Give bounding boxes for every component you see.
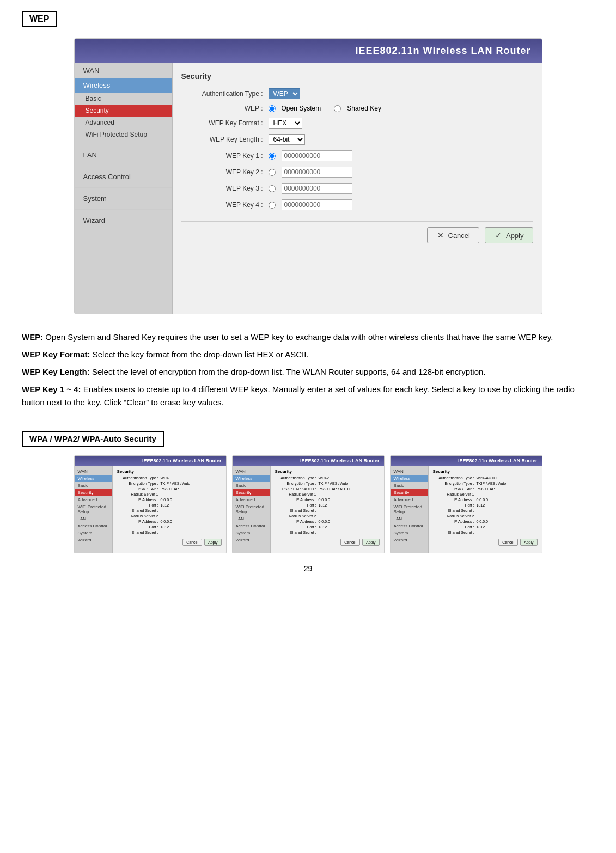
- wep-desc-2: WEP Key Format: Select the key format fr…: [22, 348, 594, 361]
- mini-basic: Basic: [75, 482, 112, 489]
- sidebar-item-access-control[interactable]: Access Control: [75, 169, 172, 184]
- mini-system: System: [75, 529, 112, 537]
- mini-sidebar-wpa2: WAN Wireless Basic Security Advanced WiF…: [233, 466, 271, 553]
- mini-apply-wpa2[interactable]: Apply: [362, 539, 380, 546]
- key2-radio[interactable]: [269, 169, 276, 176]
- open-system-label: Open System: [282, 105, 321, 112]
- mini-cancel-wpaauto[interactable]: Cancel: [498, 539, 518, 546]
- apply-label: Apply: [506, 231, 524, 240]
- key1-control: [269, 150, 352, 161]
- key3-row: WEP Key 3 :: [181, 183, 533, 194]
- key14-term: WEP Key 1 ~ 4:: [22, 385, 81, 394]
- key-length-control[interactable]: 64-bit 128-bit: [269, 134, 305, 145]
- key4-radio[interactable]: [269, 202, 276, 209]
- mini-lan: LAN: [75, 515, 112, 522]
- wpa-title-text: WPA / WPA2/ WPA-Auto Security: [29, 434, 156, 443]
- auth-type-select[interactable]: WEP: [269, 88, 300, 99]
- mini-sidebar-wpaauto: WAN Wireless Basic Security Advanced WiF…: [391, 466, 429, 553]
- router-header: IEEE802.11n Wireless LAN Router: [75, 39, 542, 63]
- shared-key-radio[interactable]: [334, 105, 341, 112]
- mini-apply-wpa[interactable]: Apply: [204, 539, 222, 546]
- key3-label: WEP Key 3 :: [181, 185, 269, 192]
- wep-desc-1: WEP: Open System and Shared Key requires…: [22, 331, 594, 344]
- mini-main-wpa: Security Authentication Type : WPA Encry…: [113, 466, 226, 553]
- key4-row: WEP Key 4 :: [181, 199, 533, 210]
- mini-main-wpa2: Security Authentication Type : WPA2 Encr…: [271, 466, 384, 553]
- key-length-term: WEP Key Length:: [22, 367, 90, 376]
- mini-security: Security: [75, 489, 112, 496]
- wep-title-text: WEP: [29, 14, 49, 23]
- key-format-row: WEP Key Format : HEX ASCII: [181, 118, 533, 129]
- key4-label: WEP Key 4 :: [181, 201, 269, 209]
- sidebar-item-lan[interactable]: LAN: [75, 148, 172, 162]
- mini-wifi: WiFi Protected Setup: [75, 503, 112, 515]
- page-number: 29: [22, 564, 594, 573]
- section-title: Security: [181, 72, 533, 81]
- wep-description-block: WEP: Open System and Shared Key requires…: [22, 331, 594, 409]
- wep-title-box: WEP: [22, 11, 57, 27]
- mini-apply-wpaauto[interactable]: Apply: [520, 539, 538, 546]
- main-content: Security Authentication Type : WEP WEP :: [173, 63, 542, 314]
- key-length-label: WEP Key Length :: [181, 136, 269, 143]
- key-format-term: WEP Key Format:: [22, 350, 90, 359]
- open-system-radio[interactable]: [269, 105, 276, 112]
- wep-row: WEP : Open System Shared Key: [181, 105, 533, 112]
- key-format-label: WEP Key Format :: [181, 119, 269, 127]
- key-format-select[interactable]: HEX ASCII: [269, 118, 302, 129]
- auth-type-row: Authentication Type : WEP: [181, 88, 533, 99]
- key4-input[interactable]: [282, 199, 352, 210]
- cancel-button[interactable]: ✕ Cancel: [427, 227, 479, 243]
- auth-type-label: Authentication Type :: [181, 90, 269, 98]
- section-title-text: Security: [181, 72, 211, 81]
- wep-desc-3: WEP Key Length: Select the level of encr…: [22, 365, 594, 379]
- wpa-screenshots: IEEE802.11n Wireless LAN Router WAN Wire…: [22, 455, 594, 553]
- wep-desc-4: WEP Key 1 ~ 4: Enables users to create u…: [22, 383, 594, 409]
- router-screenshot: IEEE802.11n Wireless LAN Router WAN Wire…: [74, 38, 542, 314]
- key-length-select[interactable]: 64-bit 128-bit: [269, 134, 305, 145]
- mini-advanced: Advanced: [75, 496, 112, 503]
- sidebar: WAN Wireless Basic Security Advanced WiF…: [75, 63, 173, 314]
- sidebar-item-wizard[interactable]: Wizard: [75, 213, 172, 228]
- sidebar-sub-wifi-protected[interactable]: WiFi Protected Setup: [75, 129, 172, 141]
- wep-label: WEP :: [181, 105, 269, 112]
- wpa-title-box: WPA / WPA2/ WPA-Auto Security: [22, 431, 164, 447]
- mini-main-wpaauto: Security Authentication Type : WPA-AUTO …: [429, 466, 542, 553]
- sidebar-sub-basic[interactable]: Basic: [75, 93, 172, 105]
- mini-router-wpa: IEEE802.11n Wireless LAN Router WAN Wire…: [74, 455, 227, 553]
- mini-router-wpa2: IEEE802.11n Wireless LAN Router WAN Wire…: [232, 455, 385, 553]
- key2-label: WEP Key 2 :: [181, 168, 269, 176]
- key2-input[interactable]: [282, 167, 352, 178]
- mini-cancel-wpa2[interactable]: Cancel: [340, 539, 360, 546]
- key3-radio[interactable]: [269, 185, 276, 192]
- wep-term: WEP:: [22, 332, 43, 342]
- sidebar-item-wireless[interactable]: Wireless: [75, 78, 172, 93]
- key4-control: [269, 199, 352, 210]
- mini-header-wpa2: IEEE802.11n Wireless LAN Router: [233, 456, 384, 466]
- mini-wireless: Wireless: [75, 475, 112, 482]
- mini-wan: WAN: [75, 468, 112, 475]
- sidebar-sub-advanced[interactable]: Advanced: [75, 117, 172, 129]
- mini-wizard: Wizard: [75, 537, 112, 544]
- mini-cancel-wpa[interactable]: Cancel: [182, 539, 202, 546]
- apply-icon: ✓: [494, 231, 503, 240]
- key1-label: WEP Key 1 :: [181, 152, 269, 160]
- key2-control: [269, 167, 352, 178]
- key1-input[interactable]: [282, 150, 352, 161]
- sidebar-sub-security[interactable]: Security: [75, 105, 172, 117]
- apply-button[interactable]: ✓ Apply: [485, 227, 533, 243]
- router-header-title: IEEE802.11n Wireless LAN Router: [356, 45, 531, 56]
- wep-radio-control: Open System Shared Key: [269, 105, 390, 112]
- button-row: ✕ Cancel ✓ Apply: [181, 221, 533, 243]
- mini-header-wpa: IEEE802.11n Wireless LAN Router: [75, 456, 226, 466]
- cancel-label: Cancel: [448, 231, 470, 240]
- key1-radio[interactable]: [269, 153, 276, 160]
- key3-control: [269, 183, 352, 194]
- key3-input[interactable]: [282, 183, 352, 194]
- shared-key-label: Shared Key: [347, 105, 381, 112]
- key2-row: WEP Key 2 :: [181, 167, 533, 178]
- sidebar-item-system[interactable]: System: [75, 191, 172, 206]
- key1-row: WEP Key 1 :: [181, 150, 533, 161]
- sidebar-item-wan[interactable]: WAN: [75, 63, 172, 78]
- key-format-control[interactable]: HEX ASCII: [269, 118, 302, 129]
- auth-type-control[interactable]: WEP: [269, 88, 300, 99]
